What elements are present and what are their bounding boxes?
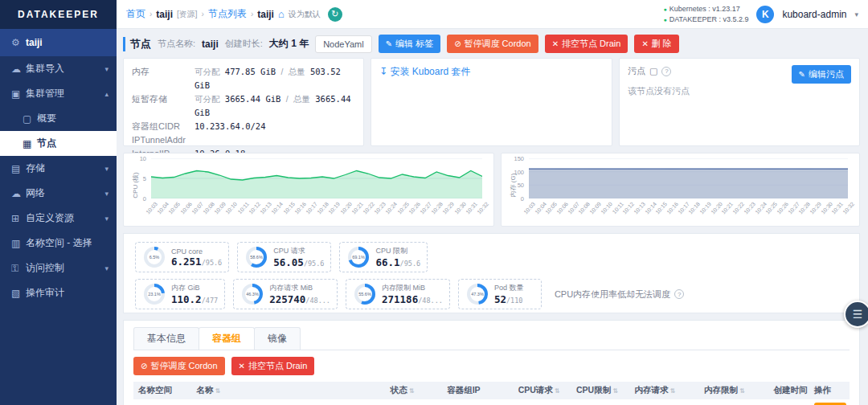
delete-button[interactable]: ✕删 除 <box>634 35 678 53</box>
sort-icon[interactable]: ⇅ <box>669 387 675 395</box>
refresh-button[interactable]: ↻ <box>328 7 342 22</box>
svg-text:46.3%: 46.3% <box>246 292 259 297</box>
breadcrumb-cluster[interactable]: taiji <box>156 9 173 20</box>
sidebar-item-nodes[interactable]: ▦ 节点 <box>0 131 117 156</box>
taints-title: 污点 <box>628 65 645 77</box>
top-bar: 首页 › taiji [资源] › 节点列表 › taiji ⌂ 设为默认 ↻ … <box>117 0 868 29</box>
edit-labels-button[interactable]: ✎编辑 标签 <box>379 35 440 53</box>
sort-icon[interactable]: ⇅ <box>409 387 415 395</box>
sort-icon[interactable]: ⇅ <box>555 387 560 395</box>
sidebar-item-custom-resources[interactable]: ⊞ 自定义资源 ▾ <box>0 206 117 231</box>
taints-empty-text: 该节点没有污点 <box>628 85 851 97</box>
drain-button[interactable]: ✕排空节点 Drain <box>545 35 628 53</box>
edit-taints-button[interactable]: ✎编辑污点 <box>792 65 851 84</box>
breadcrumb-resource-tag: [资源] <box>177 9 198 20</box>
gauge-card: 6.5%CPU core6.251/95.6 <box>135 242 229 272</box>
gauge-donut-icon: 58.6% <box>244 245 268 269</box>
table-header-cell[interactable]: 创建时间⇅ <box>768 382 809 399</box>
gauge-card: 58.6%CPU 请求56.05/95.6 <box>237 242 331 272</box>
user-avatar[interactable]: K <box>756 6 774 23</box>
sort-icon[interactable]: ⇅ <box>215 387 220 395</box>
x-tick-label: 10:09 <box>213 201 227 215</box>
sort-icon[interactable]: ⇅ <box>612 387 618 395</box>
table-header-cell[interactable]: 状态⇅ <box>386 382 442 399</box>
sidebar-item-overview[interactable]: ▢ 概要 <box>0 106 117 131</box>
table-header-cell[interactable]: 内存请求⇅ <box>629 382 698 399</box>
table-header-cell[interactable]: CPU请求⇅ <box>514 382 571 399</box>
table-header-cell[interactable]: 内存限制⇅ <box>699 382 768 399</box>
gauge-row-1: 6.5%CPU core6.251/95.658.6%CPU 请求56.05/9… <box>135 242 848 272</box>
gauge-value: 66.1/95.6 <box>375 256 420 268</box>
sidebar-item-network[interactable]: ☁ 网络 ▾ <box>0 181 117 206</box>
gauge-donut-icon: 23.1% <box>142 282 166 306</box>
bullet-icon: ● <box>663 17 666 22</box>
cordon-button[interactable]: ⊘暂停调度 Cordon <box>133 357 225 375</box>
x-tick-label: 10:19 <box>698 201 712 215</box>
gauge-donut-icon: 55.6% <box>353 282 377 306</box>
field-value: 10.233.64.0/24 <box>194 120 266 133</box>
x-tick-label: 10:14 <box>271 201 285 215</box>
sidebar-item-storage[interactable]: ▤ 存储 ▾ <box>0 156 117 181</box>
node-name-label: 节点名称: <box>158 38 195 50</box>
y-tick-label: 0 <box>508 195 524 202</box>
table-header-cell: 操作 <box>809 382 850 399</box>
sidebar-item-audit[interactable]: ▧ 操作审计 <box>0 280 117 305</box>
x-tick-label: 10:18 <box>316 201 330 215</box>
sidebar-item-cluster-import[interactable]: ☁ 集群导入 ▾ <box>0 56 117 81</box>
x-tick-label: 10:13 <box>259 201 272 215</box>
sort-icon[interactable]: ⇅ <box>739 387 745 395</box>
node-yaml-button[interactable]: NodeYaml <box>315 35 372 53</box>
drain-button[interactable]: ✕排空节点 Drain <box>231 357 315 375</box>
memory-usage-chart: 内存 (G)05010015010:0310:0410:0510:0610:07… <box>501 153 860 227</box>
crd-icon: ⊞ <box>11 213 26 224</box>
sidebar-item-cluster-taiji[interactable]: ⚙ taiji <box>0 29 117 56</box>
breadcrumb-nodes-link[interactable]: 节点列表 <box>208 7 247 21</box>
help-icon[interactable]: ? <box>674 289 684 299</box>
topbar-right: ●Kubernetes : v1.23.17 ●DATAKEEPER : v3.… <box>663 4 858 25</box>
x-tick-label: 10:12 <box>248 201 261 215</box>
tab-basic-info[interactable]: 基本信息 <box>133 327 199 350</box>
app-logo: DATAKEEPER <box>0 0 117 29</box>
gauge-label: 内存限制 MiB <box>382 283 443 293</box>
download-icon: ↧ <box>379 66 387 77</box>
gauge-value: 56.05/95.6 <box>273 256 324 268</box>
svg-text:47.3%: 47.3% <box>471 292 484 297</box>
cell-pod-name[interactable]: 072a12df-90b2-44dc-b079-9f3f82441cf2-jnb… <box>191 399 385 405</box>
node-age-label: 创建时长: <box>225 38 263 50</box>
gauge-label: CPU core <box>171 248 222 256</box>
audit-icon: ▧ <box>11 288 26 299</box>
cordon-button[interactable]: ⊘暂停调度 Cordon <box>447 35 538 53</box>
y-tick-label: 150 <box>508 155 524 162</box>
chevron-down-icon[interactable]: ▾ <box>854 10 858 18</box>
home-icon[interactable]: ⌂ <box>278 8 285 20</box>
node-detail-panel: 基本信息 容器组 镜像 ⊘暂停调度 Cordon ✕排空节点 Drain 名称空… <box>123 320 860 405</box>
username[interactable]: kuboard-admin <box>782 9 846 20</box>
lock-icon: ⚿ <box>11 263 26 274</box>
install-kuboard-link[interactable]: ↧ 安装 Kuboard 套件 <box>379 66 470 77</box>
table-header-cell[interactable]: CPU限制⇅ <box>571 382 629 399</box>
set-default-label[interactable]: 设为默认 <box>289 9 321 20</box>
cell-pod-ip: 10.233.64.22 <box>442 399 513 405</box>
node-info-panel: 内存 可分配 477.85 GiB / 总量 503.52 GiB 短暂存储 可… <box>123 58 364 146</box>
gauge-label: CPU 请求 <box>273 246 324 256</box>
cell-mem-limit: 16384 MiB (3%) <box>699 399 768 405</box>
tab-pods[interactable]: 容器组 <box>199 327 255 350</box>
sidebar-item-cluster-manage[interactable]: ▣ 集群管理 ▴ <box>0 81 117 106</box>
help-icon[interactable]: ? <box>661 67 671 76</box>
sidebar-item-namespace-select[interactable]: ▥ 名称空间 - 选择 <box>0 231 117 256</box>
x-tick-label: 10:16 <box>665 201 679 215</box>
gauge-label: 内存 GiB <box>171 283 218 293</box>
field-label: 容器组CIDR <box>132 120 194 133</box>
breadcrumb-home-link[interactable]: 首页 <box>126 7 145 21</box>
x-tick-label: 10:03 <box>145 201 158 215</box>
floating-help-button[interactable]: ☰ <box>844 301 868 328</box>
tab-images[interactable]: 镜像 <box>254 327 301 350</box>
node-name-value: taiji <box>202 39 219 50</box>
sidebar-item-access-control[interactable]: ⚿ 访问控制 ▾ <box>0 256 117 280</box>
table-row[interactable]: default072a12df-90b2-44dc-b079-9f3f82441… <box>133 399 850 405</box>
pencil-icon: ✎ <box>799 70 805 79</box>
table-header-cell[interactable]: 名称⇅ <box>191 382 385 399</box>
x-tick-label: 10:15 <box>282 201 296 215</box>
cell-namespace: default <box>133 399 191 405</box>
x-tick-label: 10:30 <box>453 201 467 215</box>
